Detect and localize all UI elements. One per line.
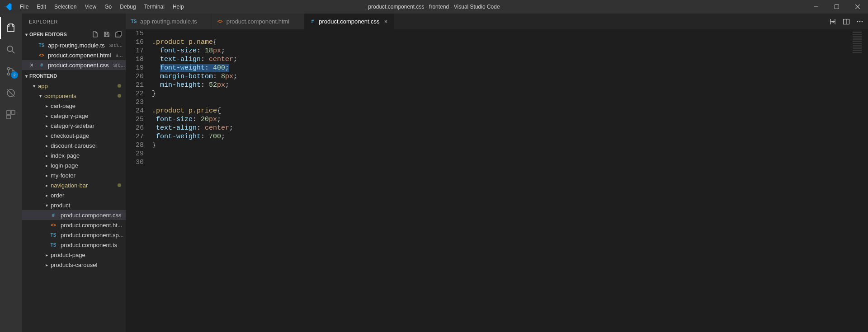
tree-item-label: products-carousel [51, 262, 97, 268]
file-tree-file[interactable]: <>product.component.ht... [22, 220, 126, 230]
activity-source-control[interactable]: 2 [0, 61, 22, 82]
open-editor-item[interactable]: × # product.component.css src... [22, 60, 126, 70]
save-all-icon[interactable] [103, 31, 110, 38]
menu-go[interactable]: Go [100, 1, 116, 13]
line-number: 26 [126, 124, 144, 132]
menu-selection[interactable]: Selection [50, 1, 80, 13]
code-line[interactable]: text-align: center; [152, 55, 868, 64]
file-tree-file[interactable]: TSproduct.component.sp... [22, 230, 126, 240]
line-number: 25 [126, 115, 144, 124]
compare-changes-icon[interactable] [829, 18, 836, 25]
file-tree-folder[interactable]: ▸cart-page [22, 101, 126, 111]
file-tree-folder[interactable]: ▸products-carousel [22, 260, 126, 270]
titlebar: File Edit Selection View Go Debug Termin… [0, 0, 868, 14]
open-editor-path: src... [113, 62, 125, 68]
file-tree-file[interactable]: #product.component.css [22, 210, 126, 220]
new-file-icon[interactable] [91, 31, 99, 38]
open-editor-item[interactable]: × TS app-routing.module.ts src\... [22, 40, 126, 50]
chevron-down-icon: ▾ [25, 32, 28, 37]
file-tree-folder[interactable]: ▾product [22, 200, 126, 210]
editor-tab[interactable]: <> product.component.html × [212, 14, 304, 29]
line-number: 30 [126, 158, 144, 167]
file-tree-folder[interactable]: ▸category-page [22, 111, 126, 121]
tree-item-label: app [38, 83, 48, 89]
file-tree-folder[interactable]: ▸my-footer [22, 170, 126, 180]
menu-view[interactable]: View [80, 1, 100, 13]
close-button[interactable] [847, 0, 868, 14]
minimize-button[interactable] [806, 0, 826, 14]
open-editors-header[interactable]: ▾ OPEN EDITORS [22, 29, 126, 39]
close-all-icon[interactable] [115, 31, 122, 38]
tree-item-label: navigation-bar [51, 182, 88, 189]
open-editor-name: app-routing.module.ts [48, 42, 105, 49]
file-tree-folder[interactable]: ▸order [22, 190, 126, 200]
tree-item-label: product [51, 202, 70, 209]
file-tree-folder[interactable]: ▸product-page [22, 250, 126, 260]
code-line[interactable]: font-weight: 700; [152, 132, 868, 141]
open-editor-item[interactable]: × <> product.component.html s... [22, 50, 126, 60]
code-line[interactable]: font-weight: 400; [152, 64, 868, 72]
activity-extensions[interactable] [0, 104, 22, 126]
modified-indicator-icon [118, 84, 121, 88]
activity-debug[interactable] [0, 82, 22, 104]
close-icon[interactable]: × [28, 61, 35, 69]
open-editor-name: product.component.css [48, 62, 108, 69]
code-content[interactable]: .product p.name{ font-size: 18px; text-a… [152, 29, 868, 332]
code-line[interactable]: .product p.name{ [152, 38, 868, 47]
code-line[interactable]: } [152, 89, 868, 98]
code-line[interactable] [152, 98, 868, 107]
code-line[interactable] [152, 150, 868, 158]
menu-debug[interactable]: Debug [116, 1, 140, 13]
code-line[interactable]: } [152, 141, 868, 150]
file-tree-folder[interactable]: ▸category-sidebar [22, 121, 126, 131]
code-line[interactable]: min-height: 52px; [152, 81, 868, 89]
menu-help[interactable]: Help [169, 1, 188, 13]
chevron-right-icon: ▸ [43, 163, 50, 168]
code-line[interactable] [152, 158, 868, 167]
file-tree-folder[interactable]: ▾app [22, 81, 126, 91]
maximize-button[interactable] [826, 0, 847, 14]
activity-explorer[interactable] [0, 17, 22, 39]
code-line[interactable]: .product p.price{ [152, 107, 868, 115]
minimap[interactable] [853, 32, 862, 59]
editor-tab[interactable]: # product.component.css × [304, 14, 394, 29]
open-editor-name: product.component.html [48, 52, 111, 59]
split-editor-icon[interactable] [843, 18, 850, 25]
file-tree-file[interactable]: TSproduct.component.ts [22, 240, 126, 250]
project-header[interactable]: ▾ FRONTEND [22, 71, 126, 81]
code-line[interactable]: font-size: 18px; [152, 47, 868, 55]
svg-point-1 [7, 46, 13, 51]
file-tree[interactable]: ▾app▾components▸cart-page▸category-page▸… [22, 81, 126, 332]
code-line[interactable]: text-align: center; [152, 124, 868, 132]
close-icon[interactable]: × [382, 18, 390, 25]
file-tree-folder[interactable]: ▾components [22, 91, 126, 101]
activity-search[interactable] [0, 39, 22, 61]
chevron-right-icon: ▸ [43, 133, 50, 138]
file-tree-folder[interactable]: ▸index-page [22, 150, 126, 160]
ts-file-icon: TS [38, 42, 45, 49]
chevron-down-icon: ▾ [25, 74, 28, 79]
file-tree-folder[interactable]: ▸navigation-bar [22, 180, 126, 190]
code-editor[interactable]: 15161718192021222324252627282930 .produc… [126, 29, 868, 332]
menu-terminal[interactable]: Terminal [140, 1, 169, 13]
menu-file[interactable]: File [16, 1, 33, 13]
html-file-icon: <> [217, 18, 224, 25]
svg-rect-6 [7, 111, 10, 114]
html-file-icon: <> [50, 221, 57, 229]
code-line[interactable]: margin-bottom: 8px; [152, 72, 868, 81]
menu-edit[interactable]: Edit [33, 1, 50, 13]
code-line[interactable] [152, 29, 868, 38]
file-tree-folder[interactable]: ▸checkout-page [22, 131, 126, 140]
tree-item-label: product.component.ts [61, 242, 117, 248]
file-tree-folder[interactable]: ▸discount-carousel [22, 140, 126, 150]
tab-label: product.component.html [226, 18, 289, 25]
file-tree-folder[interactable]: ▸login-page [22, 160, 126, 170]
line-number: 28 [126, 141, 144, 150]
svg-point-11 [857, 21, 859, 22]
css-file-icon: # [38, 61, 45, 69]
code-line[interactable]: font-size: 20px; [152, 115, 868, 124]
tree-item-label: product-page [51, 252, 85, 258]
editor-area: TS app-routing.module.ts × <> product.co… [126, 14, 868, 332]
more-actions-icon[interactable] [856, 18, 863, 25]
editor-tab[interactable]: TS app-routing.module.ts × [126, 14, 212, 29]
